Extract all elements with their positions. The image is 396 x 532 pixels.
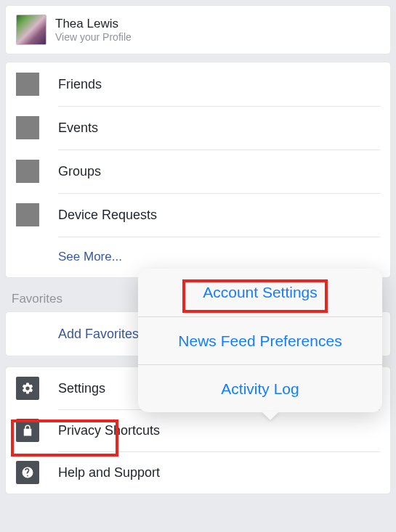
nav-item-device-requests[interactable]: Device Requests: [6, 193, 390, 237]
nav-card: Friends Events Groups Device Requests Se…: [6, 62, 390, 277]
popover-news-feed-preferences[interactable]: News Feed Preferences: [138, 316, 382, 364]
nav-item-events[interactable]: Events: [6, 106, 390, 150]
popover-account-settings[interactable]: Account Settings: [138, 269, 382, 316]
popover-activity-log[interactable]: Activity Log: [138, 364, 382, 412]
nav-item-label: Events: [58, 120, 98, 136]
nav-item-label: Device Requests: [58, 208, 157, 223]
profile-subtitle: View your Profile: [55, 31, 132, 43]
profile-card: Thea Lewis View your Profile: [6, 6, 390, 54]
profile-name: Thea Lewis: [55, 17, 132, 31]
see-more-label: See More...: [58, 250, 122, 264]
settings-popover: Account Settings News Feed Preferences A…: [138, 269, 382, 412]
help-icon: [16, 461, 39, 484]
avatar: [16, 15, 47, 45]
nav-item-label: Groups: [58, 164, 101, 179]
popover-arrow-icon: [262, 412, 279, 420]
settings-label: Settings: [58, 381, 105, 396]
nav-item-groups[interactable]: Groups: [6, 150, 390, 193]
profile-text: Thea Lewis View your Profile: [55, 17, 132, 43]
popover-item-label: Activity Log: [221, 380, 299, 398]
lock-icon: [16, 419, 39, 442]
privacy-shortcuts-item[interactable]: Privacy Shortcuts: [6, 409, 390, 451]
groups-icon: [16, 160, 39, 183]
popover-item-label: Account Settings: [203, 284, 318, 301]
gear-icon: [16, 377, 39, 400]
nav-item-label: Friends: [58, 77, 102, 92]
device-requests-icon: [16, 203, 39, 226]
privacy-label: Privacy Shortcuts: [58, 423, 160, 438]
help-label: Help and Support: [58, 465, 160, 480]
events-icon: [16, 116, 39, 139]
nav-item-friends[interactable]: Friends: [6, 62, 390, 106]
friends-icon: [16, 73, 39, 96]
add-favorites-label: Add Favorites...: [58, 327, 150, 342]
profile-row[interactable]: Thea Lewis View your Profile: [6, 6, 390, 54]
help-support-item[interactable]: Help and Support: [6, 451, 390, 494]
popover-item-label: News Feed Preferences: [178, 332, 342, 350]
